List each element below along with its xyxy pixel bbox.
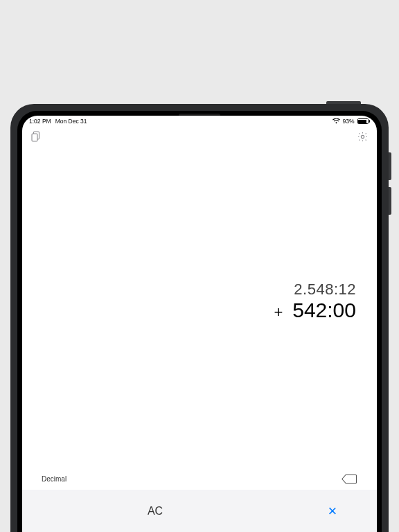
device-side-button [389, 152, 391, 180]
display-current: 542:00 [292, 299, 356, 322]
toolbar [22, 127, 377, 146]
mode-row: Decimal [22, 470, 377, 490]
status-battery-pct: 93% [342, 118, 354, 125]
display-current-row: + 542:00 [274, 299, 356, 322]
status-bar: 1:02 PM Mon Dec 31 93% [22, 116, 377, 127]
copy-icon[interactable] [30, 131, 41, 143]
status-date: Mon Dec 31 [55, 118, 87, 125]
svg-point-2 [361, 135, 364, 138]
status-time: 1:02 PM [29, 118, 51, 125]
display-previous: 2.548:12 [294, 281, 356, 299]
wifi-icon [332, 118, 339, 124]
key-multiply[interactable]: × [288, 490, 377, 532]
calc-display: 2.548:12 + 542:00 [22, 146, 377, 470]
svg-rect-1 [32, 134, 37, 141]
ipad-frame: 1:02 PM Mon Dec 31 93% [10, 104, 389, 532]
key-ac[interactable]: AC [22, 490, 288, 532]
keypad: AC × 7 8 9 / 4 5 6 – [22, 490, 377, 532]
device-side-button [389, 187, 391, 215]
display-operator: + [274, 303, 283, 321]
battery-icon [357, 118, 371, 124]
backspace-icon[interactable] [341, 474, 357, 484]
mode-label[interactable]: Decimal [42, 475, 66, 483]
gear-icon[interactable] [357, 131, 369, 143]
device-top-button [326, 101, 361, 104]
